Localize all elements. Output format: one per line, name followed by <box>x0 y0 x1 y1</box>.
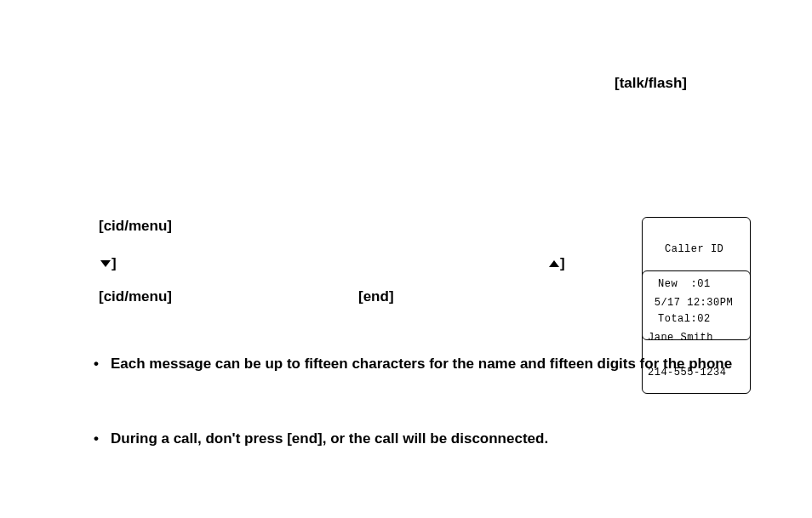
triangle-up-icon <box>549 260 559 267</box>
note-item: During a call, don't press [end], or the… <box>90 430 763 447</box>
note-item: Each message can be up to fifteen charac… <box>90 356 763 373</box>
cid-menu-label-2: [cid/menu] <box>99 288 172 305</box>
cid-menu-label-1: [cid/menu] <box>99 218 172 235</box>
lcd2-line1: 5/17 12:30PM <box>648 298 745 310</box>
bracket-after-up: ] <box>560 255 565 272</box>
arrow-down-bracket: ] <box>100 255 117 272</box>
talk-flash-label: [talk/flash] <box>615 75 687 92</box>
lcd2-line2: Jane Smith <box>648 333 745 344</box>
notes-list: Each message can be up to fifteen charac… <box>90 356 763 505</box>
end-label: [end] <box>358 288 394 305</box>
arrow-up-bracket: ] <box>549 255 565 272</box>
lcd1-line1: Caller ID <box>648 244 745 256</box>
triangle-down-icon <box>100 260 111 267</box>
bracket-after-down: ] <box>112 255 117 272</box>
